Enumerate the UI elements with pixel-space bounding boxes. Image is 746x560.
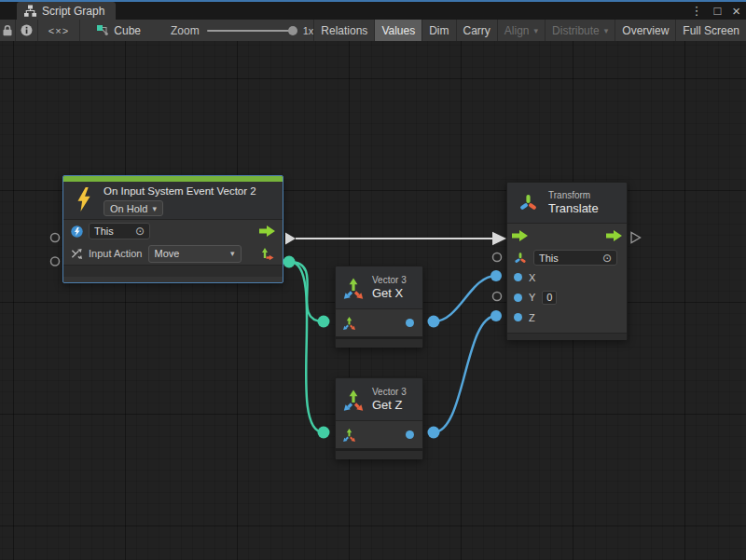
event-action-input-port[interactable] — [51, 257, 60, 266]
graph-asset-icon — [96, 24, 109, 37]
input-system-icon — [71, 225, 83, 238]
toolbar-button-carry[interactable]: Carry — [456, 20, 497, 41]
target-picker-icon[interactable]: ⊙ — [135, 225, 145, 237]
port-label-x: X — [529, 272, 535, 283]
vector3-icon — [342, 277, 365, 299]
zoom-slider-knob[interactable] — [288, 26, 297, 35]
chevron-down-icon: ▾ — [534, 26, 539, 35]
lightning-bolt-icon — [76, 187, 92, 219]
getx-port-row — [336, 309, 422, 336]
tab-script-graph[interactable]: Script Graph — [17, 2, 116, 20]
wire-getz-to-translate-z[interactable] — [434, 316, 496, 432]
translate-this-field[interactable]: This ⊙ — [533, 250, 617, 266]
node-vector3-get-x[interactable]: Vector 3 Get X — [335, 266, 423, 348]
toolbar-button-dim[interactable]: Dim — [421, 20, 455, 41]
translate-x-input-port[interactable] — [490, 270, 502, 281]
graph-name: Cube — [114, 24, 141, 37]
toolbar-button-distribute[interactable]: Distribute▾ — [545, 20, 615, 41]
getz-input-port[interactable] — [318, 427, 330, 439]
node-type-label: Transform — [548, 190, 599, 200]
chevron-down-icon: ▾ — [152, 204, 157, 213]
getx-input-port[interactable] — [318, 316, 330, 328]
window-controls: ⋮ □ × — [690, 2, 740, 20]
flow-output-arrow-icon — [259, 225, 275, 237]
code-view-icon: <×> — [48, 25, 69, 36]
node-type-label: Vector 3 — [372, 275, 407, 285]
translate-y-input-port[interactable] — [493, 293, 502, 301]
maximize-icon[interactable]: □ — [713, 5, 721, 17]
wire-vector2-to-getz[interactable] — [290, 262, 324, 432]
node-transform-translate[interactable]: Transform Translate — [506, 182, 628, 340]
toolbar-button-relations[interactable]: Relations — [313, 20, 374, 41]
getz-output-port[interactable] — [428, 427, 440, 439]
getx-output-port[interactable] — [428, 316, 440, 328]
port-dot-z[interactable] — [514, 313, 522, 321]
translate-x-row: X — [507, 267, 627, 287]
more-options-icon[interactable]: ⋮ — [690, 5, 702, 17]
transform-small-icon — [514, 252, 527, 265]
translate-z-input-port[interactable] — [490, 310, 502, 321]
lock-button[interactable] — [0, 20, 16, 41]
chevron-down-icon: ▾ — [604, 26, 609, 35]
target-picker-icon[interactable]: ⊙ — [602, 253, 612, 264]
wire-getx-to-translate-x[interactable] — [434, 276, 496, 321]
zoom-slider-track[interactable] — [207, 30, 296, 32]
translate-this-row: This ⊙ — [507, 248, 627, 267]
translate-this-input-port[interactable] — [493, 253, 502, 262]
vector3-small-icon — [342, 316, 356, 330]
node-title: Translate — [548, 201, 599, 215]
info-icon — [21, 24, 33, 36]
getz-port-row — [336, 421, 422, 448]
zoom-control: Zoom 1x — [171, 20, 313, 41]
wire-vector2-to-getx[interactable] — [290, 262, 324, 321]
translate-y-row: Y 0 — [507, 287, 627, 307]
event-action-row: Input Action Move ▾ — [63, 242, 283, 265]
toolbar-button-full-screen[interactable]: Full Screen — [675, 20, 746, 41]
vector3-icon — [342, 389, 365, 411]
tab-bar: Script Graph ⋮ □ × — [0, 2, 746, 20]
info-button[interactable] — [16, 20, 37, 41]
vector3-small-icon — [342, 428, 356, 442]
translate-flow-row — [507, 224, 627, 248]
toolbar-button-overview[interactable]: Overview — [615, 20, 675, 41]
input-action-icon — [71, 248, 83, 260]
node-footer — [507, 333, 627, 340]
event-this-field[interactable]: This ⊙ — [89, 223, 150, 239]
event-this-input-port[interactable] — [51, 234, 60, 242]
hierarchy-graph-icon — [24, 5, 36, 17]
port-label-z: Z — [529, 312, 535, 323]
port-dot-y[interactable] — [514, 294, 522, 302]
node-footer — [336, 451, 422, 459]
graph-canvas[interactable]: On Input System Event Vector 2 On Hold ▾ — [0, 41, 746, 560]
event-mode-dropdown[interactable]: On Hold ▾ — [104, 200, 163, 216]
flow-output-port-triangle[interactable] — [285, 233, 296, 245]
node-footer — [63, 265, 283, 277]
port-dot-x[interactable] — [514, 273, 522, 281]
node-on-input-system-event[interactable]: On Input System Event Vector 2 On Hold ▾ — [62, 175, 283, 283]
toolbar-button-values[interactable]: Values — [374, 20, 421, 41]
node-vector3-get-z[interactable]: Vector 3 Get Z — [335, 377, 423, 459]
translate-z-row: Z — [507, 307, 627, 327]
wire-flow-arrowhead — [492, 232, 506, 245]
action-dropdown[interactable]: Move ▾ — [148, 245, 242, 263]
zoom-label: Zoom — [171, 24, 200, 37]
node-footer — [336, 339, 422, 348]
node-title: On Input System Event Vector 2 — [104, 184, 256, 198]
close-icon[interactable]: × — [732, 4, 740, 18]
event-vector2-output-port[interactable] — [283, 256, 296, 268]
toolbar-button-align[interactable]: Align▾ — [497, 20, 545, 41]
node-type-label: Vector 3 — [372, 387, 407, 397]
script-graph-window: Script Graph ⋮ □ × — [0, 0, 746, 560]
graph-breadcrumb[interactable]: Cube — [96, 20, 141, 41]
output-port-dot[interactable] — [406, 430, 414, 439]
flow-output-port-triangle-empty[interactable] — [631, 233, 641, 243]
y-value-field[interactable]: 0 — [542, 291, 557, 305]
zoom-value: 1x — [303, 25, 314, 36]
node-title: Get Z — [372, 398, 407, 412]
flow-output-arrow-icon — [606, 230, 622, 241]
output-port-dot[interactable] — [406, 319, 414, 327]
code-view-button[interactable]: <×> — [38, 20, 81, 41]
node-title: Get X — [372, 286, 407, 300]
flow-input-arrow-icon — [512, 230, 528, 241]
graph-toolbar: <×> Cube Zoom 1x Relations Values Dim Ca… — [0, 20, 746, 41]
